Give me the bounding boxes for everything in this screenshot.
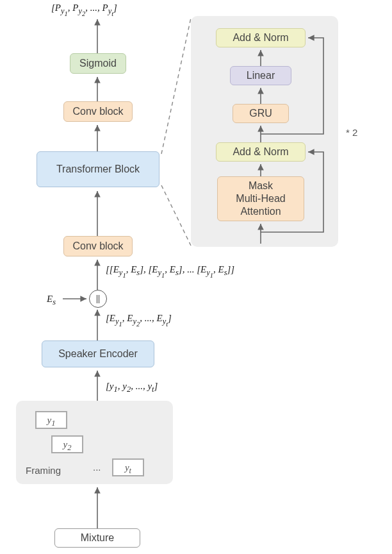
conv-block-bottom: Conv block bbox=[63, 236, 133, 256]
linear-block: Linear bbox=[230, 66, 291, 85]
transformer-block: Transformer Block bbox=[37, 151, 159, 187]
y-seq-label: [y1, y2, ..., yt] bbox=[106, 381, 158, 394]
add-norm-bot: Add & Norm bbox=[216, 142, 306, 162]
gru-block: GRU bbox=[233, 104, 289, 123]
es-label: Es bbox=[47, 294, 56, 307]
repeat-label: * 2 bbox=[346, 127, 357, 138]
mha-block: Mask Multi-Head Attention bbox=[217, 176, 304, 221]
add-norm-top: Add & Norm bbox=[216, 28, 306, 47]
frame-yt: yt bbox=[112, 458, 144, 476]
svg-line-9 bbox=[161, 18, 191, 154]
framing-label: Framing bbox=[26, 465, 61, 476]
sigmoid-block: Sigmoid bbox=[70, 53, 126, 74]
frame-y1: y1 bbox=[35, 411, 67, 429]
pair-seq-label: [[Ey1, Es], [Ey1, Es], ... [Ey1, Es]] bbox=[106, 264, 234, 279]
speaker-encoder: Speaker Encoder bbox=[42, 340, 154, 367]
svg-line-10 bbox=[161, 185, 191, 246]
conv-block-top: Conv block bbox=[63, 101, 133, 122]
frame-dots: ... bbox=[93, 462, 101, 473]
e-seq-label: [Ey1, Ey2, ..., Eyt] bbox=[106, 313, 172, 328]
mixture-block: Mixture bbox=[54, 528, 140, 548]
frame-y2: y2 bbox=[51, 435, 83, 453]
output-label: [Py1, Py2, ..., Pyt] bbox=[51, 3, 160, 17]
concat-icon: || bbox=[89, 290, 107, 308]
